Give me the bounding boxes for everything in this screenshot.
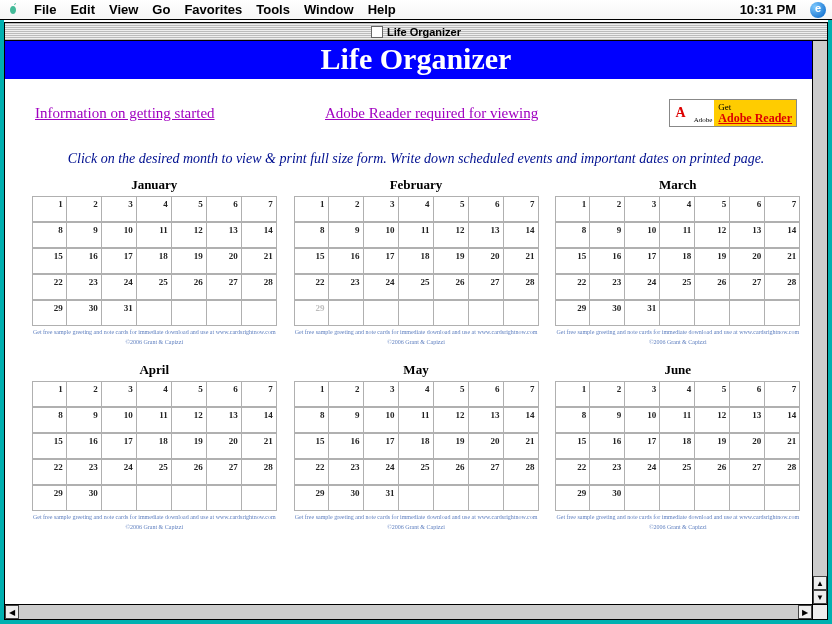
month-june[interactable]: June123456789101112131415161718192021222… bbox=[555, 358, 800, 531]
menu-favorites[interactable]: Favorites bbox=[184, 2, 242, 17]
menu-go[interactable]: Go bbox=[152, 2, 170, 17]
scrollbar-track[interactable] bbox=[19, 605, 798, 619]
month-january[interactable]: January123456789101112131415161718192021… bbox=[32, 173, 277, 346]
day-cell: 8 bbox=[294, 407, 329, 433]
day-cell: 12 bbox=[172, 407, 207, 433]
month-march[interactable]: March12345678910111213141516171819202122… bbox=[555, 173, 800, 346]
day-cell: 24 bbox=[625, 274, 660, 300]
day-cell: 17 bbox=[364, 433, 399, 459]
day-cell: 15 bbox=[32, 433, 67, 459]
days-grid: 1234567891011121314151617181920212223242… bbox=[294, 381, 539, 511]
day-cell: 3 bbox=[364, 196, 399, 222]
month-footer-copyright: ©2006 Grant & Capizzi bbox=[555, 336, 800, 346]
day-cell: 21 bbox=[765, 433, 800, 459]
window-title: Life Organizer bbox=[387, 26, 461, 38]
days-grid: 1234567891011121314151617181920212223242… bbox=[32, 196, 277, 326]
day-cell: . bbox=[625, 485, 660, 511]
day-cell: 28 bbox=[504, 459, 539, 485]
day-cell: 14 bbox=[504, 407, 539, 433]
day-cell: . bbox=[172, 300, 207, 326]
day-cell: 17 bbox=[364, 248, 399, 274]
vertical-scrollbar[interactable]: ▲ ▼ bbox=[812, 41, 827, 604]
day-cell: 16 bbox=[67, 248, 102, 274]
day-cell: 19 bbox=[172, 433, 207, 459]
day-cell: 31 bbox=[102, 300, 137, 326]
day-cell: 9 bbox=[590, 407, 625, 433]
day-cell: 25 bbox=[660, 274, 695, 300]
day-cell: . bbox=[102, 485, 137, 511]
day-cell: 27 bbox=[207, 459, 242, 485]
day-cell: 22 bbox=[555, 274, 590, 300]
scroll-down-icon[interactable]: ▼ bbox=[813, 590, 827, 604]
day-cell: 7 bbox=[765, 196, 800, 222]
day-cell: . bbox=[137, 485, 172, 511]
horizontal-scrollbar[interactable]: ◀ ▶ bbox=[5, 604, 812, 619]
month-footer-copyright: ©2006 Grant & Capizzi bbox=[32, 336, 277, 346]
link-adobe-reader[interactable]: Adobe Reader required for viewing bbox=[325, 105, 538, 121]
day-cell: 5 bbox=[172, 196, 207, 222]
scrollbar-track[interactable] bbox=[813, 41, 827, 576]
day-cell: 26 bbox=[172, 274, 207, 300]
day-cell: . bbox=[137, 300, 172, 326]
day-cell: 12 bbox=[695, 407, 730, 433]
day-cell: 14 bbox=[765, 222, 800, 248]
day-cell: 7 bbox=[242, 381, 277, 407]
day-cell: 16 bbox=[329, 248, 364, 274]
day-cell: 8 bbox=[555, 222, 590, 248]
month-name: June bbox=[555, 358, 800, 381]
month-name: March bbox=[555, 173, 800, 196]
day-cell: 24 bbox=[102, 274, 137, 300]
month-may[interactable]: May1234567891011121314151617181920212223… bbox=[294, 358, 539, 531]
scroll-right-icon[interactable]: ▶ bbox=[798, 605, 812, 619]
internet-explorer-icon[interactable] bbox=[810, 2, 826, 18]
day-cell: 23 bbox=[67, 459, 102, 485]
day-cell: 4 bbox=[660, 196, 695, 222]
day-cell: 10 bbox=[625, 407, 660, 433]
day-cell: . bbox=[207, 485, 242, 511]
day-cell: 7 bbox=[504, 196, 539, 222]
month-february[interactable]: February12345678910111213141516171819202… bbox=[294, 173, 539, 346]
day-cell: . bbox=[399, 300, 434, 326]
day-cell: 13 bbox=[207, 222, 242, 248]
menu-tools[interactable]: Tools bbox=[256, 2, 290, 17]
day-cell: 24 bbox=[364, 459, 399, 485]
window-titlebar[interactable]: Life Organizer bbox=[5, 23, 827, 41]
scroll-left-icon[interactable]: ◀ bbox=[5, 605, 19, 619]
day-cell: 26 bbox=[434, 274, 469, 300]
menu-view[interactable]: View bbox=[109, 2, 138, 17]
day-cell: . bbox=[242, 485, 277, 511]
day-cell: 8 bbox=[32, 407, 67, 433]
day-cell: 29 bbox=[32, 485, 67, 511]
menu-window[interactable]: Window bbox=[304, 2, 354, 17]
day-cell: 22 bbox=[555, 459, 590, 485]
day-cell: 1 bbox=[294, 381, 329, 407]
day-cell: 30 bbox=[590, 485, 625, 511]
day-cell: 1 bbox=[555, 196, 590, 222]
day-cell: 28 bbox=[765, 459, 800, 485]
resize-handle-icon[interactable] bbox=[812, 604, 827, 619]
get-adobe-reader-button[interactable]: A Adobe Get Adobe Reader bbox=[669, 99, 797, 127]
scroll-up-icon[interactable]: ▲ bbox=[813, 576, 827, 590]
apple-menu-icon[interactable] bbox=[6, 3, 20, 17]
day-cell: 11 bbox=[660, 407, 695, 433]
day-cell: 16 bbox=[67, 433, 102, 459]
menu-edit[interactable]: Edit bbox=[70, 2, 95, 17]
day-cell: 23 bbox=[329, 459, 364, 485]
day-cell: 18 bbox=[399, 248, 434, 274]
month-april[interactable]: April12345678910111213141516171819202122… bbox=[32, 358, 277, 531]
day-cell: 26 bbox=[172, 459, 207, 485]
day-cell: 27 bbox=[469, 274, 504, 300]
day-cell: 18 bbox=[399, 433, 434, 459]
day-cell: 12 bbox=[434, 222, 469, 248]
day-cell: 14 bbox=[504, 222, 539, 248]
day-cell: 25 bbox=[660, 459, 695, 485]
menu-help[interactable]: Help bbox=[368, 2, 396, 17]
day-cell: 20 bbox=[730, 433, 765, 459]
day-cell: 18 bbox=[137, 248, 172, 274]
month-footer-copyright: ©2006 Grant & Capizzi bbox=[555, 521, 800, 531]
menu-file[interactable]: File bbox=[34, 2, 56, 17]
day-cell: . bbox=[765, 300, 800, 326]
day-cell: 4 bbox=[137, 381, 172, 407]
day-cell: 28 bbox=[765, 274, 800, 300]
link-getting-started[interactable]: Information on getting started bbox=[35, 105, 215, 121]
